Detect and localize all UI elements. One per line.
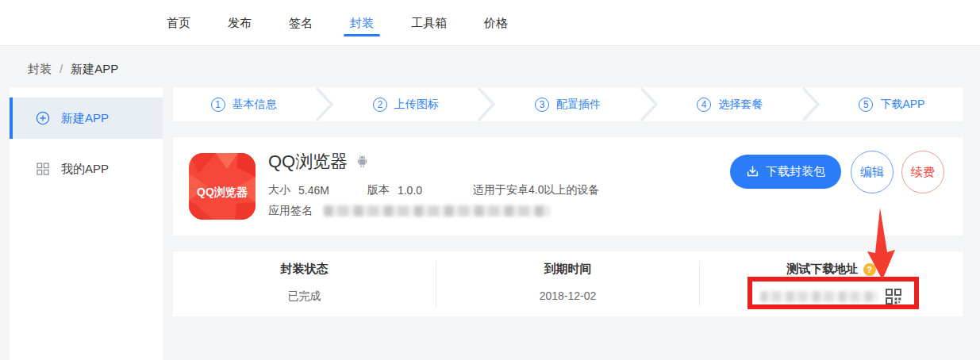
step-label: 下载APP (880, 98, 924, 112)
breadcrumb: 封装/新建APP (28, 62, 118, 77)
main-content: 1 基本信息 2 上传图标 3 配置插件 4 选择套餐 5 下载APP (173, 87, 963, 316)
app-title: QQ浏览器 (268, 150, 348, 174)
breadcrumb-separator: / (60, 62, 63, 75)
top-nav: 首页 发布 签名 封装 工具箱 价格 (167, 0, 508, 46)
version-value: 1.0.0 (398, 184, 422, 197)
step-number: 4 (697, 98, 711, 112)
chevron-separator-icon (639, 87, 659, 121)
help-icon[interactable]: ? (863, 263, 876, 276)
package-status-value: 已完成 (288, 289, 321, 304)
nav-item-package[interactable]: 封装 (350, 2, 374, 44)
nav-item-publish[interactable]: 发布 (228, 2, 252, 44)
step-number: 1 (211, 98, 225, 112)
breadcrumb-current: 新建APP (71, 62, 118, 75)
sidebar: 新建APP 我的APP (10, 87, 163, 360)
test-download-url-blurred[interactable] (760, 291, 878, 302)
chevron-separator-icon (476, 87, 497, 121)
test-download-column: 测试下载地址 ? (700, 251, 963, 316)
status-card: 封装状态 已完成 到期时间 2018-12-02 测试下载地址 ? (173, 251, 963, 316)
app-title-row: QQ浏览器 (268, 150, 369, 174)
breadcrumb-section[interactable]: 封装 (28, 62, 52, 75)
nav-item-toolbox[interactable]: 工具箱 (411, 2, 447, 44)
app-meta-row: 大小 5.46M 版本 1.0.0 适用于安卓4.0以上的设备 (268, 183, 600, 197)
top-bar: 首页 发布 签名 封装 工具箱 价格 (0, 0, 980, 46)
plus-circle-icon (36, 111, 50, 125)
app-icon-text: QQ浏览器 (197, 186, 248, 198)
chevron-separator-icon (801, 87, 821, 121)
step-label: 选择套餐 (718, 98, 763, 112)
step-number: 2 (373, 98, 387, 112)
version-label: 版本 (367, 183, 390, 197)
app-signature-row: 应用签名 (268, 204, 550, 218)
nav-item-pricing[interactable]: 价格 (484, 2, 508, 44)
expiry-date-value: 2018-12-02 (540, 289, 597, 302)
download-button-label: 下载封装包 (766, 164, 825, 179)
compatibility-text: 适用于安卓4.0以上的设备 (473, 183, 599, 197)
nav-item-sign[interactable]: 签名 (289, 2, 313, 44)
test-download-url-row (760, 288, 902, 305)
step-configure-plugins[interactable]: 3 配置插件 (497, 87, 638, 121)
size-label: 大小 (268, 183, 290, 197)
step-upload-icon[interactable]: 2 上传图标 (335, 87, 476, 121)
step-select-plan[interactable]: 4 选择套餐 (659, 87, 801, 121)
app-icon: QQ浏览器 (189, 153, 256, 220)
steps-bar: 1 基本信息 2 上传图标 3 配置插件 4 选择套餐 5 下载APP (173, 87, 963, 121)
page: 首页 发布 签名 封装 工具箱 价格 封装/新建APP 新建APP (0, 0, 980, 360)
sidebar-item-label: 我的APP (61, 162, 109, 177)
expiry-date-column: 到期时间 2018-12-02 (436, 251, 699, 316)
sidebar-item-my-app[interactable]: 我的APP (10, 148, 163, 190)
expiry-date-label: 到期时间 (544, 262, 592, 277)
sidebar-item-label: 新建APP (61, 111, 109, 126)
signature-label: 应用签名 (268, 204, 313, 218)
renew-button[interactable]: 续费 (901, 151, 944, 193)
step-basic-info[interactable]: 1 基本信息 (173, 87, 314, 121)
test-download-label: 测试下载地址 (787, 262, 859, 277)
download-icon (746, 165, 759, 178)
package-status-column: 封装状态 已完成 (173, 251, 436, 316)
step-number: 3 (535, 98, 549, 112)
step-label: 基本信息 (233, 98, 277, 112)
signature-value-blurred (324, 205, 550, 216)
step-download-app[interactable]: 5 下载APP (821, 87, 963, 121)
grid-icon (36, 162, 50, 176)
step-label: 上传图标 (394, 98, 439, 112)
qr-code-icon[interactable] (885, 288, 902, 305)
step-number: 5 (859, 98, 873, 112)
download-package-button[interactable]: 下载封装包 (730, 155, 841, 189)
step-label: 配置插件 (556, 98, 601, 112)
nav-item-home[interactable]: 首页 (167, 2, 190, 44)
sidebar-item-new-app[interactable]: 新建APP (10, 98, 163, 139)
edit-button[interactable]: 编辑 (851, 151, 894, 193)
chevron-separator-icon (314, 87, 335, 121)
app-card: QQ浏览器 QQ浏览器 (173, 137, 963, 236)
package-status-label: 封装状态 (281, 262, 329, 277)
android-icon (355, 155, 369, 169)
size-value: 5.46M (298, 184, 329, 197)
